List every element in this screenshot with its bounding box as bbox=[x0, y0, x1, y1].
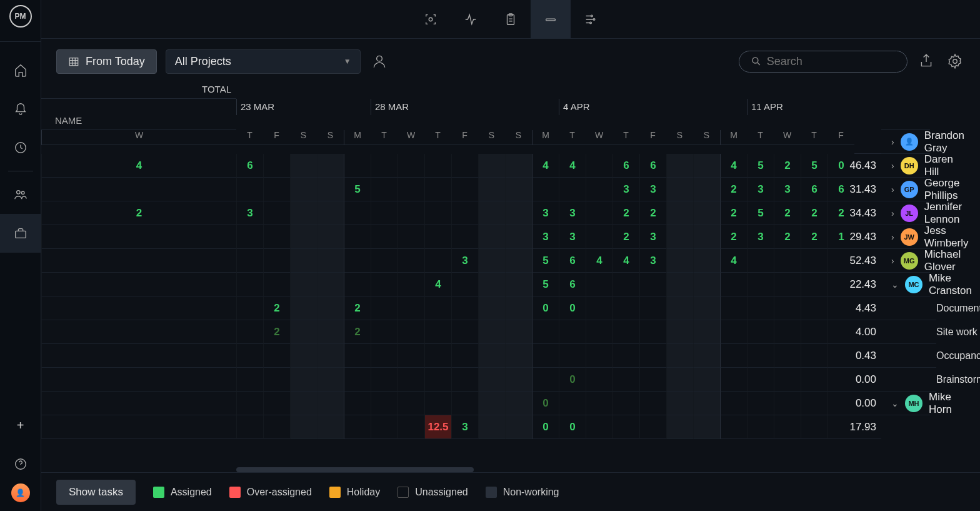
workload-cell[interactable]: 3 bbox=[451, 249, 478, 273]
workload-cell[interactable] bbox=[236, 415, 263, 439]
workload-cell[interactable] bbox=[505, 154, 532, 178]
workload-cell[interactable] bbox=[478, 415, 505, 439]
workload-cell[interactable] bbox=[774, 368, 801, 392]
workload-cell[interactable] bbox=[720, 392, 747, 415]
workload-cell[interactable] bbox=[639, 392, 666, 415]
workload-cell[interactable] bbox=[290, 392, 317, 415]
workload-cell[interactable] bbox=[371, 296, 398, 320]
workload-cell[interactable] bbox=[532, 368, 559, 392]
workload-cell[interactable] bbox=[666, 225, 693, 249]
workload-cell[interactable] bbox=[532, 344, 559, 368]
expand-toggle[interactable]: › bbox=[891, 208, 894, 218]
workload-cell[interactable] bbox=[828, 296, 854, 320]
workload-cell[interactable] bbox=[398, 344, 424, 368]
workload-cell[interactable]: 5 bbox=[532, 249, 559, 273]
workload-cell[interactable] bbox=[478, 225, 505, 249]
workload-cell[interactable] bbox=[451, 273, 478, 296]
expand-toggle[interactable]: › bbox=[891, 137, 894, 147]
workload-cell[interactable] bbox=[639, 296, 666, 320]
workload-cell[interactable] bbox=[290, 154, 317, 178]
workload-cell[interactable] bbox=[344, 392, 371, 415]
workload-cell[interactable] bbox=[263, 154, 290, 178]
workload-cell[interactable] bbox=[505, 415, 532, 439]
workload-cell[interactable] bbox=[41, 296, 236, 320]
workload-cell[interactable] bbox=[612, 415, 639, 439]
workload-cell[interactable]: 2 bbox=[344, 296, 371, 320]
workload-cell[interactable] bbox=[263, 415, 290, 439]
workload-cell[interactable] bbox=[41, 392, 236, 415]
workload-cell[interactable] bbox=[559, 392, 586, 415]
workload-cell[interactable]: 12.5 bbox=[424, 415, 451, 439]
workload-cell[interactable] bbox=[774, 344, 801, 368]
workload-cell[interactable] bbox=[478, 320, 505, 344]
workload-cell[interactable] bbox=[263, 178, 290, 201]
workload-cell[interactable] bbox=[774, 273, 801, 296]
workload-cell[interactable] bbox=[344, 344, 371, 368]
tab-activity[interactable] bbox=[451, 0, 491, 39]
workload-cell[interactable] bbox=[586, 368, 612, 392]
workload-cell[interactable] bbox=[747, 415, 774, 439]
workload-cell[interactable] bbox=[532, 178, 559, 201]
workload-cell[interactable] bbox=[720, 344, 747, 368]
workload-cell[interactable] bbox=[505, 344, 532, 368]
task-row[interactable]: OccupancyGovalle Con... bbox=[881, 344, 936, 368]
workload-cell[interactable] bbox=[693, 273, 720, 296]
workload-cell[interactable] bbox=[801, 249, 828, 273]
workload-cell[interactable] bbox=[41, 273, 236, 296]
workload-cell[interactable] bbox=[478, 178, 505, 201]
workload-cell[interactable] bbox=[290, 178, 317, 201]
workload-cell[interactable] bbox=[317, 344, 344, 368]
workload-cell[interactable] bbox=[693, 392, 720, 415]
workload-cell[interactable] bbox=[612, 392, 639, 415]
person-row[interactable]: ›👤Brandon Gray bbox=[881, 130, 930, 154]
user-avatar[interactable]: 👤 bbox=[11, 483, 30, 502]
workload-cell[interactable] bbox=[398, 392, 424, 415]
workload-cell[interactable] bbox=[612, 368, 639, 392]
workload-cell[interactable] bbox=[612, 320, 639, 344]
workload-cell[interactable] bbox=[505, 368, 532, 392]
workload-cell[interactable] bbox=[41, 225, 236, 249]
workload-cell[interactable]: 3 bbox=[639, 225, 666, 249]
workload-cell[interactable] bbox=[424, 320, 451, 344]
tab-board[interactable] bbox=[491, 0, 531, 39]
workload-cell[interactable] bbox=[747, 249, 774, 273]
workload-cell[interactable]: 4 bbox=[559, 154, 586, 178]
workload-cell[interactable] bbox=[317, 368, 344, 392]
workload-cell[interactable] bbox=[41, 178, 236, 201]
workload-cell[interactable] bbox=[828, 344, 854, 368]
workload-cell[interactable]: 0 bbox=[532, 415, 559, 439]
workload-cell[interactable] bbox=[747, 296, 774, 320]
expand-toggle[interactable]: ⌄ bbox=[891, 398, 899, 408]
workload-cell[interactable] bbox=[263, 368, 290, 392]
workload-cell[interactable] bbox=[693, 296, 720, 320]
workload-cell[interactable] bbox=[720, 368, 747, 392]
workload-cell[interactable] bbox=[774, 392, 801, 415]
workload-cell[interactable] bbox=[317, 249, 344, 273]
workload-cell[interactable] bbox=[451, 392, 478, 415]
workload-cell[interactable] bbox=[586, 392, 612, 415]
workload-cell[interactable]: 3 bbox=[612, 178, 639, 201]
workload-cell[interactable] bbox=[720, 296, 747, 320]
workload-cell[interactable]: 3 bbox=[559, 201, 586, 225]
workload-cell[interactable] bbox=[371, 320, 398, 344]
workload-cell[interactable] bbox=[371, 201, 398, 225]
workload-cell[interactable] bbox=[693, 320, 720, 344]
show-tasks-button[interactable]: Show tasks bbox=[56, 480, 136, 505]
workload-cell[interactable] bbox=[290, 368, 317, 392]
workload-cell[interactable]: 2 bbox=[612, 225, 639, 249]
workload-cell[interactable] bbox=[586, 154, 612, 178]
workload-cell[interactable]: 6 bbox=[559, 273, 586, 296]
person-row[interactable]: ›JWJess Wimberly bbox=[881, 225, 930, 249]
workload-cell[interactable] bbox=[693, 415, 720, 439]
workload-cell[interactable] bbox=[478, 344, 505, 368]
expand-toggle[interactable]: › bbox=[891, 161, 894, 171]
workload-cell[interactable]: 4 bbox=[720, 249, 747, 273]
workload-cell[interactable] bbox=[398, 415, 424, 439]
workload-cell[interactable] bbox=[639, 320, 666, 344]
workload-cell[interactable] bbox=[317, 225, 344, 249]
workload-cell[interactable] bbox=[693, 225, 720, 249]
workload-cell[interactable] bbox=[317, 178, 344, 201]
workload-cell[interactable] bbox=[424, 344, 451, 368]
person-row[interactable]: ⌄MCMike Cranston bbox=[881, 273, 930, 296]
workload-cell[interactable] bbox=[398, 178, 424, 201]
